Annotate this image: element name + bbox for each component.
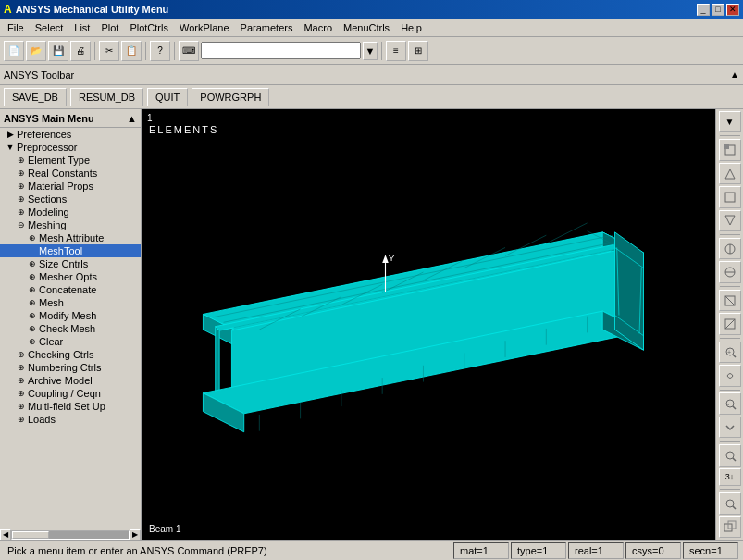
menu-menuctrls[interactable]: MenuCtrls [338, 20, 395, 35]
tree-item-element-type[interactable]: ⊕Element Type [0, 154, 141, 167]
expander-icon: ⊕ [26, 311, 39, 320]
tree-item-meshing[interactable]: ⊖Meshing [0, 218, 141, 231]
expander-icon: ⊕ [26, 272, 39, 281]
menu-bar: File Select List Plot PlotCtrls WorkPlan… [0, 19, 743, 37]
restore-button[interactable]: □ [712, 4, 724, 16]
tree-item-modeling[interactable]: ⊕Modeling [0, 205, 141, 218]
tree-item-archive-model[interactable]: ⊕Archive Model [0, 374, 141, 387]
svg-line-59 [733, 458, 736, 461]
tree-item-loads[interactable]: ⊕Loads [0, 413, 141, 426]
tree-item-meshtool[interactable]: MeshTool [0, 244, 141, 257]
rt-btn-7[interactable] [719, 261, 741, 282]
powrgrph-button[interactable]: POWRGRPH [192, 88, 269, 106]
rt-sep-6 [720, 441, 740, 442]
resum-db-button[interactable]: RESUM_DB [70, 88, 143, 106]
tree-item-mesher-opts[interactable]: ⊕Mesher Opts [0, 270, 141, 283]
tree-item-mesh[interactable]: ⊕Mesh [0, 296, 141, 309]
menu-help[interactable]: Help [395, 20, 427, 35]
rt-btn-6[interactable] [719, 238, 741, 259]
rt-btn-11[interactable] [719, 365, 741, 386]
rt-btn-3[interactable] [719, 163, 741, 184]
toolbar-separator-2 [145, 42, 146, 60]
minimize-button[interactable]: _ [697, 4, 710, 16]
rt-btn-10[interactable]: + [719, 342, 741, 363]
left-panel-hscroll[interactable]: ◀ ▶ [0, 529, 141, 540]
svg-marker-32 [382, 255, 389, 263]
tree-item-real-constants[interactable]: ⊕Real Constants [0, 167, 141, 180]
rt-btn-4[interactable] [719, 186, 741, 207]
svg-marker-43 [725, 216, 735, 225]
status-message: Pick a menu item or enter an ANSYS Comma… [4, 545, 452, 556]
hscroll-right[interactable]: ▶ [130, 529, 141, 541]
command-input[interactable] [201, 42, 361, 59]
expander-icon: ⊕ [15, 156, 28, 165]
menu-list[interactable]: List [68, 20, 95, 35]
tree-item-material-props[interactable]: ⊕Material Props [0, 180, 141, 193]
open-button[interactable]: 📂 [26, 41, 46, 61]
copy-button[interactable]: 📋 [121, 41, 142, 61]
tree-item-label: Check Mesh [39, 323, 95, 334]
menu-parameters[interactable]: Parameters [235, 20, 299, 35]
expander-icon: ⊕ [15, 194, 28, 204]
cmd-dropdown[interactable]: ▼ [363, 42, 378, 60]
tree-item-clear[interactable]: ⊕Clear [0, 335, 141, 348]
tree-item-label: Checking Ctrls [28, 349, 94, 360]
rt-btn-15[interactable] [719, 492, 741, 514]
menu-macro[interactable]: Macro [298, 20, 338, 35]
hscroll-left[interactable]: ◀ [0, 529, 11, 541]
tree-item-preprocessor[interactable]: ▼Preprocessor [0, 141, 141, 154]
menu-workplane[interactable]: WorkPlane [174, 20, 235, 35]
rt-btn-5[interactable] [719, 210, 741, 231]
tree-item-label: Mesh [39, 297, 64, 308]
menu-plot[interactable]: Plot [95, 20, 124, 35]
tree-item-multi-field-set-up[interactable]: ⊕Multi-field Set Up [0, 400, 141, 413]
tree-item-checking-ctrls[interactable]: ⊕Checking Ctrls [0, 348, 141, 361]
save-db-button[interactable]: SAVE_DB [4, 88, 67, 106]
tree-item-numbering-ctrls[interactable]: ⊕Numbering Ctrls [0, 361, 141, 374]
tree-item-label: Modeling [28, 206, 69, 218]
left-panel-arrow[interactable]: ▲ [127, 113, 137, 124]
rt-btn-16[interactable] [719, 516, 741, 538]
menu-plotctrls[interactable]: PlotCtrls [124, 20, 174, 35]
rt-btn-14[interactable] [719, 444, 741, 466]
extra-btn-2[interactable]: ⊞ [408, 41, 428, 61]
tree-item-size-cntrls[interactable]: ⊕Size Cntrls [0, 257, 141, 270]
rt-btn-13[interactable] [719, 417, 741, 438]
quit-button[interactable]: QUIT [147, 88, 188, 106]
print-button[interactable]: 🖨 [70, 41, 91, 61]
rt-btn-8[interactable] [719, 290, 741, 311]
new-button[interactable]: 📄 [4, 41, 24, 61]
tree-item-coupling-/-ceqn[interactable]: ⊕Coupling / Ceqn [0, 387, 141, 400]
expander-icon: ⊕ [15, 207, 28, 217]
rt-btn-12[interactable]: - [719, 392, 741, 414]
status-csys: csys=0 [625, 542, 681, 559]
title-buttons: _ □ ✕ [697, 4, 739, 16]
rt-dropdown[interactable]: 3↓ [719, 468, 741, 487]
tree-item-sections[interactable]: ⊕Sections [0, 193, 141, 205]
cut-button[interactable]: ✂ [99, 41, 119, 61]
help-button[interactable]: ? [150, 41, 170, 61]
left-panel-header: ANSYS Main Menu ▲ [0, 109, 141, 128]
hscroll-thumb[interactable] [12, 531, 49, 539]
toolbar-separator-1 [94, 42, 95, 60]
menu-select[interactable]: Select [30, 20, 69, 35]
tree-item-label: Coupling / Ceqn [28, 388, 101, 399]
main-area: ANSYS Main Menu ▲ ▶Preferences▼Preproces… [0, 109, 743, 540]
extra-btn-1[interactable]: ≡ [386, 41, 406, 61]
rt-btn-9[interactable] [719, 313, 741, 334]
tree-item-mesh-attribute[interactable]: ⊕Mesh Attribute [0, 231, 141, 244]
tree-item-concatenate[interactable]: ⊕Concatenate [0, 283, 141, 296]
expander-icon: ⊕ [15, 350, 28, 359]
hscroll-track[interactable] [11, 530, 130, 540]
keyboard-button[interactable]: ⌨ [179, 41, 199, 61]
rt-btn-2[interactable] [719, 139, 741, 160]
tree-item-label: Sections [28, 193, 67, 205]
save-button[interactable]: 💾 [48, 41, 68, 61]
tree-item-modify-mesh[interactable]: ⊕Modify Mesh [0, 309, 141, 322]
ansys-toolbar-arrow[interactable]: ▲ [730, 69, 739, 80]
tree-item-preferences[interactable]: ▶Preferences [0, 128, 141, 141]
menu-file[interactable]: File [2, 20, 30, 35]
rt-btn-1[interactable]: ▼ [719, 111, 741, 132]
close-button[interactable]: ✕ [726, 4, 739, 16]
tree-item-check-mesh[interactable]: ⊕Check Mesh [0, 322, 141, 335]
